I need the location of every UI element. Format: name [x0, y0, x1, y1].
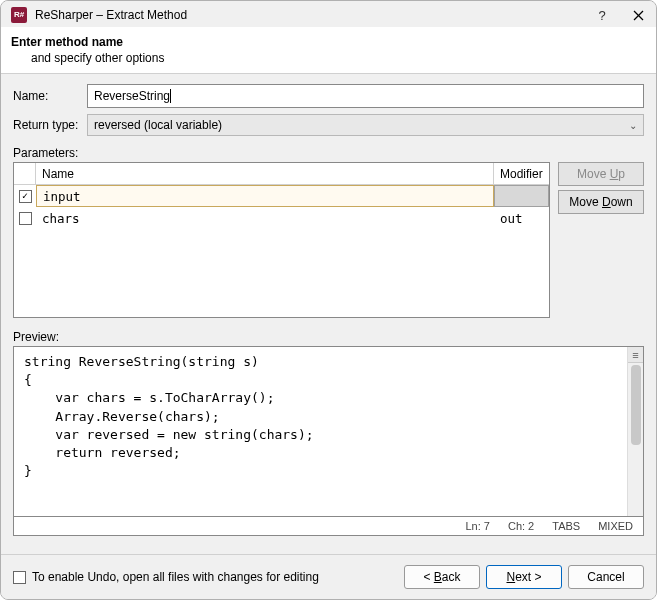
- preview-box: string ReverseString(string s) { var cha…: [13, 346, 644, 517]
- return-type-label: Return type:: [13, 118, 83, 132]
- dialog-footer: To enable Undo, open all files with chan…: [1, 554, 656, 599]
- return-type-value: reversed (local variable): [94, 118, 222, 132]
- col-header-modifier[interactable]: Modifier: [494, 163, 549, 184]
- preview-label: Preview:: [13, 330, 644, 344]
- name-label: Name:: [13, 89, 83, 103]
- table-row[interactable]: input: [14, 185, 549, 207]
- cancel-button[interactable]: Cancel: [568, 565, 644, 589]
- header-title: Enter method name: [11, 35, 644, 49]
- text-caret: [170, 89, 171, 103]
- status-col: Ch: 2: [508, 520, 534, 532]
- parameters-table[interactable]: Name Modifier input chars out: [13, 162, 550, 318]
- move-up-button[interactable]: Move Up: [558, 162, 644, 186]
- preview-code[interactable]: string ReverseString(string s) { var cha…: [14, 347, 627, 516]
- resharper-icon: R#: [11, 7, 27, 23]
- param-modifier[interactable]: out: [494, 207, 549, 229]
- back-button[interactable]: < Back: [404, 565, 480, 589]
- move-down-button[interactable]: Move Down: [558, 190, 644, 214]
- param-name[interactable]: input: [36, 185, 494, 207]
- dialog-header: Enter method name and specify other opti…: [1, 27, 656, 74]
- param-checkbox[interactable]: [19, 212, 32, 225]
- scrollbar[interactable]: ≡: [627, 347, 643, 516]
- help-button[interactable]: ?: [594, 7, 610, 23]
- param-modifier[interactable]: [494, 185, 549, 207]
- scroll-thumb[interactable]: [631, 365, 641, 445]
- titlebar: R# ReSharper – Extract Method ?: [1, 1, 656, 27]
- param-checkbox[interactable]: [19, 190, 32, 203]
- col-header-name[interactable]: Name: [36, 163, 494, 184]
- status-line: Ln: 7: [465, 520, 489, 532]
- close-button[interactable]: [630, 7, 646, 23]
- extract-method-dialog: R# ReSharper – Extract Method ? Enter me…: [0, 0, 657, 600]
- return-type-select[interactable]: reversed (local variable) ⌄: [87, 114, 644, 136]
- table-row[interactable]: chars out: [14, 207, 549, 229]
- undo-checkbox[interactable]: [13, 571, 26, 584]
- header-subtitle: and specify other options: [11, 51, 644, 65]
- status-bar: Ln: 7 Ch: 2 TABS MIXED: [13, 517, 644, 536]
- status-mixed: MIXED: [598, 520, 633, 532]
- table-header: Name Modifier: [14, 163, 549, 185]
- next-button[interactable]: Next >: [486, 565, 562, 589]
- chevron-down-icon: ⌄: [629, 120, 637, 131]
- status-tabs: TABS: [552, 520, 580, 532]
- window-title: ReSharper – Extract Method: [35, 8, 594, 22]
- parameters-label: Parameters:: [13, 146, 644, 160]
- undo-label: To enable Undo, open all files with chan…: [32, 570, 319, 584]
- name-input[interactable]: ReverseString: [87, 84, 644, 108]
- close-icon: [633, 10, 644, 21]
- split-icon[interactable]: ≡: [628, 347, 643, 363]
- param-name[interactable]: chars: [36, 207, 494, 229]
